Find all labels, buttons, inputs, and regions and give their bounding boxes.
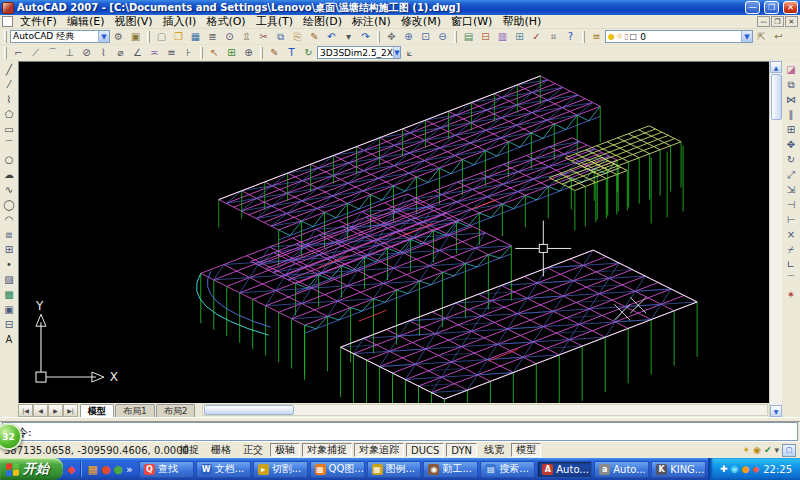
status-toggle-6[interactable]: DUCS	[406, 443, 444, 457]
tab-nav-button-0[interactable]: |◀	[18, 404, 33, 417]
dim-radius-button[interactable]: ⊘	[78, 46, 95, 60]
dim-jogged-button[interactable]: ⌇	[95, 46, 112, 60]
multiline-text-button[interactable]: A	[1, 332, 17, 347]
menu-item-10[interactable]: 帮助(H)	[497, 15, 546, 28]
dim-style-combo[interactable]: 3D3SDim2.5_2X▼	[317, 46, 401, 59]
chevron-down-icon[interactable]: ▼	[741, 31, 752, 42]
polyline-button[interactable]: ⌇	[1, 92, 17, 107]
task-button-0[interactable]: Q查找	[139, 461, 194, 478]
drawing-canvas[interactable]: YX	[18, 61, 769, 403]
rotate-button[interactable]: ↻	[783, 152, 799, 167]
menu-item-9[interactable]: 窗口(W)	[446, 15, 497, 28]
scroll-down-arrow[interactable]: ▼	[770, 405, 782, 417]
layout-tab-1[interactable]: 布局1	[115, 404, 155, 417]
vscroll-thumb[interactable]	[771, 74, 782, 120]
toolbar-grip[interactable]	[260, 47, 263, 59]
task-button-5[interactable]: ◉勤工...	[423, 461, 478, 478]
close-button[interactable]: ✕	[783, 1, 798, 14]
chamfer-button[interactable]: ∟	[783, 257, 799, 272]
dim-style-button[interactable]: ⟀	[401, 46, 418, 60]
restore-button[interactable]: ❐	[764, 1, 779, 14]
break-at-point-button[interactable]: ×	[783, 227, 799, 242]
quick-leader-button[interactable]: ↖	[206, 46, 223, 60]
menu-item-2[interactable]: 视图(V)	[109, 15, 157, 28]
status-toggle-0[interactable]: 捕捉	[174, 443, 204, 457]
zoom-realtime-button[interactable]: ⊕	[400, 30, 417, 44]
fillet-button[interactable]: ⌒	[783, 272, 799, 287]
quickcalc-button[interactable]: ⌗	[545, 30, 562, 44]
messenger-quick-icon[interactable]: ◆	[67, 464, 75, 475]
layer-combo[interactable]: ●☼▯□0▼	[605, 30, 753, 43]
dim-linear-button[interactable]: ⌐	[10, 46, 27, 60]
dim-angular-button[interactable]: ∠	[129, 46, 146, 60]
status-toggle-2[interactable]: 正交	[238, 443, 268, 457]
layer-properties-manager-button[interactable]: ≡	[588, 30, 605, 44]
table-button[interactable]: ⊟	[1, 317, 17, 332]
dim-ordinate-button[interactable]: ⊥	[61, 46, 78, 60]
qq-tray-icon[interactable]: ●	[741, 465, 749, 474]
toolbar-grip[interactable]	[200, 47, 203, 59]
drawing-viewport[interactable]: YX	[19, 62, 769, 403]
dim-edit-button[interactable]: ✎	[266, 46, 283, 60]
toolbar-grip[interactable]	[4, 31, 7, 43]
toolbar-lock-icon[interactable]: ◉	[753, 446, 761, 455]
paste-clip-button[interactable]: ⎘	[289, 30, 306, 44]
center-mark-button[interactable]: ⊕	[240, 46, 257, 60]
workspace-combo[interactable]: AutoCAD 经典▼	[10, 30, 110, 43]
mdi-close-button[interactable]: ✕	[785, 16, 798, 27]
array-button[interactable]: ⊞	[783, 122, 799, 137]
menu-item-5[interactable]: 工具(T)	[251, 15, 298, 28]
scale-button[interactable]: ⤢	[783, 167, 799, 182]
status-toggle-4[interactable]: 对象捕捉	[302, 443, 352, 457]
task-button-3[interactable]: ▦QQ图...	[310, 461, 365, 478]
chevron-down-icon[interactable]: ▼	[393, 47, 400, 58]
mdi-restore-button[interactable]: ❐	[771, 16, 784, 27]
sheetset-manager-button[interactable]: ⊞	[511, 30, 528, 44]
redo-button[interactable]: ↷	[357, 30, 374, 44]
rectangle-button[interactable]: ▭	[1, 122, 17, 137]
extend-button[interactable]: ⊢	[783, 212, 799, 227]
help-button[interactable]: ?	[562, 30, 579, 44]
task-button-7[interactable]: AAuto...	[537, 461, 592, 478]
undo-button[interactable]: ↶	[323, 30, 340, 44]
menu-item-0[interactable]: 文件(F)	[15, 15, 62, 28]
chevron-down-icon[interactable]: ▼	[98, 31, 109, 42]
security-tray-icon[interactable]: ◆	[752, 465, 759, 474]
offset-button[interactable]: ∥	[783, 107, 799, 122]
communication-center-icon[interactable]: ✦	[743, 446, 751, 455]
ellipse-arc-button[interactable]: ◠	[1, 212, 17, 227]
cut-button[interactable]: ✂	[255, 30, 272, 44]
tolerance-button[interactable]: ⊞	[223, 46, 240, 60]
break-button[interactable]: ⌿	[783, 242, 799, 257]
mirror-button[interactable]: ⋈	[783, 92, 799, 107]
insert-block-button[interactable]: ⧈	[1, 227, 17, 242]
undo-list-arrow-button[interactable]: ▾	[340, 30, 357, 44]
dim-continue-button[interactable]: ⊦	[180, 46, 197, 60]
menu-item-8[interactable]: 修改(M)	[396, 15, 446, 28]
mdi-minimize-button[interactable]: —	[757, 16, 770, 27]
point-button[interactable]: •	[1, 257, 17, 272]
horizontal-scrollbar[interactable]	[202, 404, 768, 416]
layout-tab-0[interactable]: 模型	[80, 404, 114, 417]
hatch-button[interactable]: ▨	[1, 272, 17, 287]
scroll-up-arrow[interactable]: ▲	[770, 61, 782, 73]
layer-previous-button[interactable]: ↩	[770, 30, 787, 44]
copy-object-button[interactable]: ⧉	[783, 77, 799, 92]
dim-aligned-button[interactable]: ⟋	[27, 46, 44, 60]
properties-palette-button[interactable]: ▤	[460, 30, 477, 44]
zoom-window-button[interactable]: ⊡	[417, 30, 434, 44]
toolbar-grip[interactable]	[377, 31, 380, 43]
my-workspace-button[interactable]: ▣	[127, 30, 144, 44]
status-toggle-9[interactable]: 模型	[511, 443, 541, 457]
quick-launch-overflow[interactable]: »	[126, 464, 133, 475]
construction-line-button[interactable]: ⁄	[1, 77, 17, 92]
tab-nav-button-1[interactable]: ◀	[33, 404, 48, 417]
match-properties-button[interactable]: ✎	[306, 30, 323, 44]
clean-screen-button[interactable]: ▢	[782, 444, 796, 457]
stretch-button[interactable]: ⇲	[783, 182, 799, 197]
task-button-1[interactable]: W文档...	[196, 461, 251, 478]
menu-item-7[interactable]: 标注(N)	[347, 15, 396, 28]
minimize-button[interactable]: —	[745, 1, 760, 14]
arc-button[interactable]: ⌒	[1, 137, 17, 152]
status-toggle-1[interactable]: 栅格	[206, 443, 236, 457]
